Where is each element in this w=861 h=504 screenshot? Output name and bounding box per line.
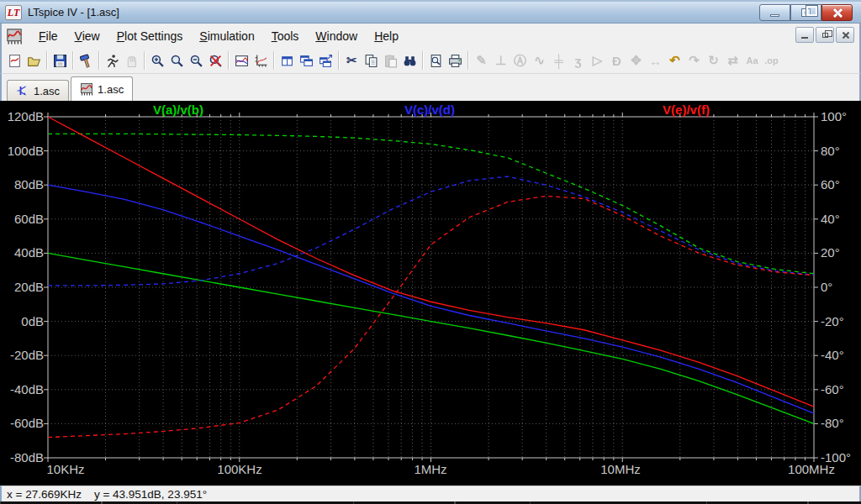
mirror-icon: ⇄	[727, 53, 738, 68]
halt-hand-icon	[124, 54, 139, 68]
scissors-icon: ✂	[346, 53, 357, 68]
plot-canvas[interactable]	[0, 101, 861, 486]
child-restore-button[interactable]	[816, 27, 834, 43]
trace-phase-V(e)/v(f)[interactable]	[48, 196, 814, 437]
text-icon: Aa	[746, 55, 758, 66]
cursor-position-readout: x = 27.669KHz y = 43.951dB, 23.951°	[7, 488, 207, 501]
run-icon	[105, 54, 119, 68]
place-capacitor-button: ╪	[549, 50, 568, 71]
arrange-windows-button[interactable]	[316, 50, 335, 71]
place-resistor-button: ∿	[530, 50, 549, 71]
tab-1-1.asc[interactable]: 1.asc	[7, 80, 69, 101]
close-icon	[832, 8, 843, 18]
status-bar: x = 27.669KHz y = 43.951dB, 23.951°	[0, 486, 861, 501]
mirror-button: ⇄	[723, 50, 742, 71]
menu-item-tools[interactable]: Tools	[263, 26, 308, 46]
op-directive-icon: .op	[764, 55, 779, 66]
place-ground-button: ⊥	[491, 50, 510, 71]
resistor-icon: ∿	[534, 53, 545, 68]
restore-icon	[822, 33, 828, 38]
draw-wire-button: ✎	[472, 50, 491, 71]
minimize-icon	[801, 37, 808, 39]
place-label-button: Ⓐ	[510, 50, 530, 71]
menu-bar: FileViewPlot SettingsSimulationToolsWind…	[0, 24, 861, 48]
trace-label[interactable]: V(c)/v(d)	[379, 102, 480, 117]
menu-item-file[interactable]: File	[30, 26, 66, 46]
waveform-pane-button[interactable]	[232, 50, 251, 71]
menu-item-plot-settings[interactable]: Plot Settings	[108, 26, 192, 46]
tile-window-icon	[280, 54, 294, 68]
title-bar: LT LTspice IV - [1.asc]	[0, 0, 861, 24]
print-preview-button[interactable]	[426, 50, 446, 71]
trace-label[interactable]: V(a)/v(b)	[128, 102, 229, 117]
place-text-button: Aa	[742, 50, 762, 71]
close-icon	[842, 31, 849, 39]
hammer-icon	[79, 54, 93, 68]
window-title: LTspice IV - [1.asc]	[28, 6, 119, 18]
window-controls	[759, 4, 853, 21]
new-schematic-button[interactable]	[5, 50, 24, 71]
menu-item-view[interactable]: View	[66, 26, 108, 46]
cascade-window-icon	[299, 54, 314, 68]
rotate-button: ↻	[704, 50, 723, 71]
axes-icon	[254, 54, 268, 68]
menu-item-help[interactable]: Help	[366, 26, 407, 46]
find-button[interactable]	[400, 50, 420, 71]
maximize-button[interactable]	[790, 4, 821, 21]
tile-horizontally-button[interactable]	[297, 50, 316, 71]
menu-item-simulation[interactable]: Simulation	[191, 26, 262, 46]
open-folder-icon	[27, 54, 41, 68]
diode-icon: ▷	[593, 53, 603, 68]
zoom-in-button[interactable]	[148, 50, 167, 71]
zoom-area-button[interactable]	[167, 50, 187, 71]
rotate-icon: ↻	[708, 53, 719, 68]
waveform-tab-icon	[80, 82, 93, 96]
minimize-button[interactable]	[759, 4, 790, 21]
tile-vertically-button[interactable]	[277, 50, 297, 71]
child-minimize-button[interactable]	[795, 27, 814, 43]
tab-2-1.asc[interactable]: 1.asc	[71, 76, 133, 101]
halt-button	[122, 50, 141, 71]
toolbar-separator	[46, 51, 48, 70]
toolbar-separator	[422, 51, 424, 70]
toolbar-separator	[228, 51, 230, 70]
zoom-full-icon	[209, 54, 223, 68]
child-close-button[interactable]	[836, 27, 854, 43]
child-window-controls	[795, 27, 854, 43]
place-inductor-button: ʒ	[568, 50, 588, 71]
copy-button[interactable]	[362, 50, 381, 71]
schematic-tab-icon	[16, 84, 29, 97]
undo-button[interactable]: ↶	[665, 50, 684, 71]
waveform-window-icon[interactable]	[5, 28, 24, 45]
trace-label[interactable]: V(e)/v(f)	[636, 102, 737, 117]
new-schematic-icon	[8, 54, 22, 68]
waveform-pane[interactable]: 120dB100dB80dB60dB40dB20dB0dB-20dB-40dB-…	[0, 101, 861, 486]
drag-hand-icon: ↔	[649, 54, 662, 68]
cut-button[interactable]: ✂	[342, 50, 362, 71]
undo-icon: ↶	[669, 53, 680, 68]
spice-directive-button: .op	[762, 50, 781, 71]
printer-icon	[448, 54, 462, 68]
arrange-window-icon	[319, 54, 333, 68]
capacitor-icon: ╪	[554, 54, 563, 68]
tab-label: 1.asc	[98, 83, 124, 96]
close-button[interactable]	[821, 4, 853, 21]
zoom-full-extents-button[interactable]	[206, 50, 225, 71]
place-diode-button: ▷	[588, 50, 607, 71]
component-icon: Ð	[612, 54, 621, 68]
binoculars-icon	[403, 54, 417, 68]
inductor-icon: ʒ	[575, 54, 582, 68]
control-panel-button[interactable]	[77, 50, 96, 71]
toolbar-separator	[273, 51, 275, 70]
zoom-out-button[interactable]	[187, 50, 206, 71]
print-button[interactable]	[446, 50, 465, 71]
zoom-out-icon	[189, 54, 203, 68]
open-button[interactable]	[24, 50, 44, 71]
menu-item-window[interactable]: Window	[307, 26, 366, 46]
autorange-button[interactable]	[251, 50, 271, 71]
toolbar-separator	[144, 51, 145, 70]
waveform-icon	[235, 54, 249, 68]
redo-button: ↷	[684, 50, 704, 71]
save-button[interactable]	[50, 50, 70, 71]
run-button[interactable]	[103, 50, 122, 71]
